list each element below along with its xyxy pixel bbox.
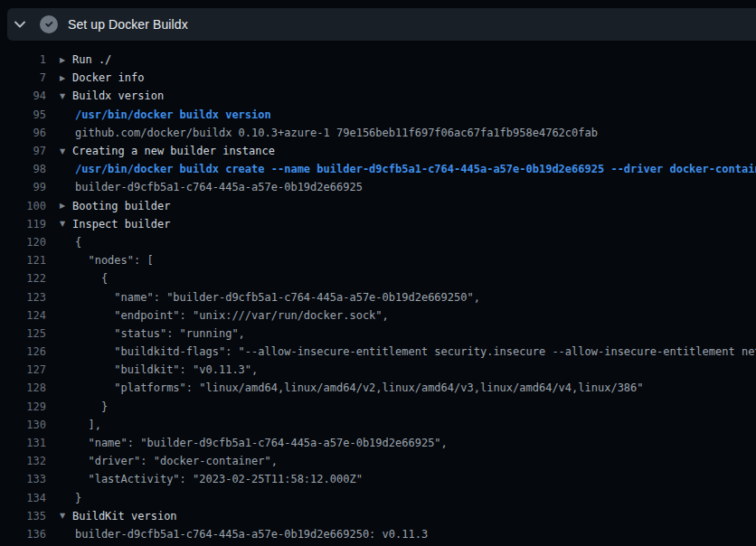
log-output-text: "lastActivity": "2023-02-25T11:58:12.000… <box>75 473 363 485</box>
log-output-text: github.com/docker/buildx 0.10.3+azure-1 … <box>75 127 598 139</box>
line-number[interactable]: 99 <box>0 181 46 193</box>
log-line: 127 "buildkit": "v0.11.3", <box>0 361 756 379</box>
line-content: /usr/bin/docker buildx create --name bui… <box>60 163 756 175</box>
log-output-text: builder-d9cfb5a1-c764-445a-a57e-0b19d2e6… <box>75 528 428 541</box>
line-number[interactable]: 95 <box>0 108 46 121</box>
step-header[interactable]: Set up Docker Buildx <box>7 8 756 41</box>
log-output-text: "platforms": "linux/amd64,linux/amd64/v2… <box>75 381 644 394</box>
line-number[interactable]: 125 <box>0 327 46 340</box>
line-content: ▶Booting builder <box>60 200 170 212</box>
line-number[interactable]: 135 <box>0 510 46 522</box>
log-line: 136builder-d9cfb5a1-c764-445a-a57e-0b19d… <box>0 525 756 543</box>
log-line: 97▼Creating a new builder instance <box>0 142 756 160</box>
log-group-title[interactable]: Docker info <box>72 71 144 84</box>
log-line: 125 "status": "running", <box>0 325 756 343</box>
line-number[interactable]: 97 <box>0 145 46 157</box>
line-content: { <box>60 236 81 249</box>
log-group-title[interactable]: Booting builder <box>72 200 170 212</box>
log-output-text: ], <box>75 419 101 431</box>
line-content: builder-d9cfb5a1-c764-445a-a57e-0b19d2e6… <box>60 181 363 193</box>
line-number[interactable]: 100 <box>0 200 46 212</box>
line-content: "platforms": "linux/amd64,linux/amd64/v2… <box>60 381 644 394</box>
triangle-right-icon[interactable]: ▶ <box>60 56 72 64</box>
check-circle-icon <box>40 15 58 33</box>
log-group-title[interactable]: Creating a new builder instance <box>72 145 275 157</box>
line-number[interactable]: 131 <box>0 437 46 449</box>
line-number[interactable]: 94 <box>0 89 46 102</box>
log-command-text: /usr/bin/docker buildx version <box>75 108 271 121</box>
log-output-text: "buildkit": "v0.11.3", <box>75 363 258 376</box>
log-line: 135▼BuildKit version <box>0 507 756 525</box>
line-number[interactable]: 132 <box>0 455 46 467</box>
log-output-text: builder-d9cfb5a1-c764-445a-a57e-0b19d2e6… <box>75 181 363 193</box>
log-line: 121 "nodes": [ <box>0 251 756 269</box>
log-line: 98/usr/bin/docker buildx create --name b… <box>0 160 756 178</box>
log-output-text: "driver": "docker-container", <box>75 455 278 467</box>
line-content: ▼Creating a new builder instance <box>60 145 275 157</box>
step-title: Set up Docker Buildx <box>68 17 188 32</box>
line-number[interactable]: 126 <box>0 345 46 358</box>
line-content: } <box>60 492 81 504</box>
line-number[interactable]: 130 <box>0 419 46 431</box>
line-content: "buildkit": "v0.11.3", <box>60 363 258 376</box>
line-number[interactable]: 121 <box>0 254 46 267</box>
log-output-text: "buildkitd-flags": "--allow-insecure-ent… <box>75 345 756 358</box>
triangle-down-icon[interactable]: ▼ <box>60 147 72 155</box>
line-content: /usr/bin/docker buildx version <box>60 108 271 121</box>
log-group-title[interactable]: BuildKit version <box>72 510 177 522</box>
log-line: 96github.com/docker/buildx 0.10.3+azure-… <box>0 124 756 142</box>
line-number[interactable]: 136 <box>0 528 46 541</box>
line-number[interactable]: 127 <box>0 363 46 376</box>
log-line: 7▶Docker info <box>0 69 756 87</box>
log-line: 134} <box>0 489 756 507</box>
line-number[interactable]: 119 <box>0 218 46 231</box>
line-content: "nodes": [ <box>60 254 154 267</box>
line-number[interactable]: 133 <box>0 473 46 485</box>
line-number[interactable]: 96 <box>0 127 46 139</box>
log-line: 95/usr/bin/docker buildx version <box>0 106 756 124</box>
chevron-down-icon[interactable] <box>7 8 33 41</box>
log-line: 132 "driver": "docker-container", <box>0 452 756 470</box>
log-line: 94▼Buildx version <box>0 87 756 105</box>
triangle-down-icon[interactable]: ▼ <box>60 512 72 520</box>
log-output-text: "name": "builder-d9cfb5a1-c764-445a-a57e… <box>75 437 448 449</box>
line-content: "status": "running", <box>60 327 245 340</box>
line-content: } <box>60 400 108 413</box>
line-content: { <box>60 272 108 285</box>
line-number[interactable]: 128 <box>0 381 46 394</box>
log-line: 130 ], <box>0 416 756 434</box>
line-number[interactable]: 98 <box>0 163 46 175</box>
log-line: 133 "lastActivity": "2023-02-25T11:58:12… <box>0 470 756 488</box>
line-content: ▼Buildx version <box>60 89 164 102</box>
log-group-title[interactable]: Buildx version <box>72 89 164 102</box>
line-content: "name": "builder-d9cfb5a1-c764-445a-a57e… <box>60 437 448 449</box>
log-group-title[interactable]: Inspect builder <box>72 218 170 231</box>
line-number[interactable]: 123 <box>0 291 46 304</box>
line-number[interactable]: 129 <box>0 400 46 413</box>
line-number[interactable]: 124 <box>0 309 46 322</box>
triangle-right-icon[interactable]: ▶ <box>60 74 72 82</box>
log-group-title[interactable]: Run ./ <box>72 53 111 66</box>
log-line: 119▼Inspect builder <box>0 215 756 233</box>
triangle-right-icon[interactable]: ▶ <box>60 202 72 210</box>
log-line: 131 "name": "builder-d9cfb5a1-c764-445a-… <box>0 434 756 452</box>
triangle-down-icon[interactable]: ▼ <box>60 92 72 100</box>
triangle-down-icon[interactable]: ▼ <box>60 220 72 228</box>
line-number[interactable]: 7 <box>0 71 46 84</box>
log-line: 126 "buildkitd-flags": "--allow-insecure… <box>0 343 756 361</box>
line-number[interactable]: 120 <box>0 236 46 249</box>
log-line: 129 } <box>0 398 756 416</box>
log-line: 124 "endpoint": "unix:///var/run/docker.… <box>0 306 756 325</box>
log-line: 1▶Run ./ <box>0 51 756 69</box>
log-line: 120{ <box>0 233 756 251</box>
log-output-text: "nodes": [ <box>75 254 154 267</box>
line-number[interactable]: 122 <box>0 272 46 285</box>
log-command-text: /usr/bin/docker buildx create --name bui… <box>75 163 756 175</box>
log-line: 122 { <box>0 269 756 287</box>
log-output-text: } <box>75 400 108 413</box>
line-number[interactable]: 134 <box>0 492 46 504</box>
line-number[interactable]: 1 <box>0 53 46 66</box>
line-content: "lastActivity": "2023-02-25T11:58:12.000… <box>60 473 363 485</box>
log-output-text: { <box>75 272 108 285</box>
log-output-text: "endpoint": "unix:///var/run/docker.sock… <box>75 309 389 322</box>
